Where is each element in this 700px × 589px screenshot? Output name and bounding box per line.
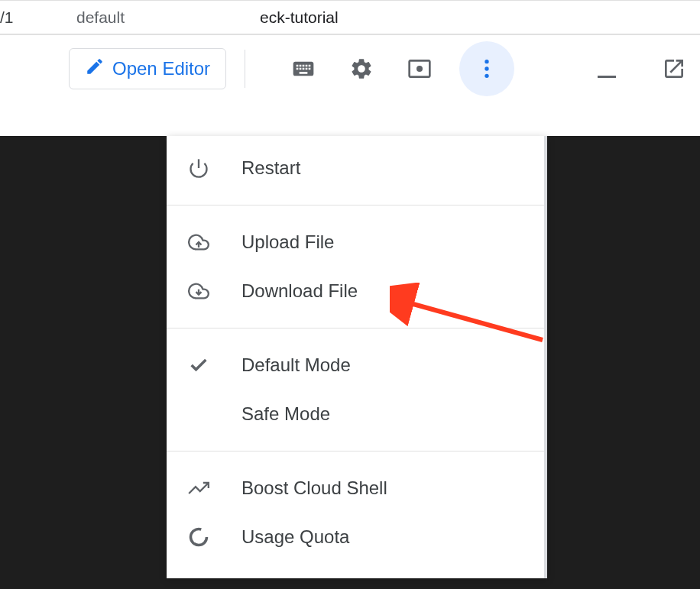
more-menu-icon[interactable]: [459, 41, 514, 96]
cloud-shell-toolbar: Open Editor: [0, 35, 700, 102]
toolbar-divider: [245, 50, 245, 88]
menu-item-download[interactable]: Download File: [167, 267, 547, 316]
toolbar-wrap: Open Editor: [0, 34, 700, 102]
pencil-icon: [85, 57, 105, 81]
svg-point-1: [484, 60, 488, 63]
open-new-window-button[interactable]: [656, 50, 692, 87]
toolbar-icon-group: [285, 41, 514, 96]
menu-item-label: Usage Quota: [241, 526, 349, 548]
power-icon: [188, 157, 219, 179]
table-row[interactable]: /1 default eck-tutorial: [0, 0, 700, 34]
open-editor-label: Open Editor: [112, 58, 210, 79]
menu-item-default-mode[interactable]: Default Mode: [167, 341, 547, 390]
menu-item-safe-mode[interactable]: Safe Mode: [167, 390, 547, 439]
menu-item-label: Default Mode: [241, 354, 351, 376]
menu-item-upload[interactable]: Upload File: [167, 218, 547, 267]
keyboard-icon[interactable]: [285, 50, 322, 87]
toolbar-right-group: [588, 50, 692, 87]
svg-point-7: [191, 529, 207, 545]
minimize-button[interactable]: [588, 50, 625, 87]
cloud-download-icon: [188, 280, 219, 302]
cloud-upload-icon: [188, 231, 219, 253]
menu-item-restart[interactable]: Restart: [167, 144, 547, 193]
menu-item-label: Safe Mode: [241, 403, 330, 425]
gear-icon[interactable]: [343, 50, 380, 87]
checkmark-icon: [188, 354, 219, 376]
row-namespace: default: [76, 8, 260, 27]
svg-point-2: [484, 66, 488, 70]
menu-item-label: Download File: [241, 280, 358, 302]
menu-item-usage[interactable]: Usage Quota: [167, 513, 547, 561]
svg-point-0: [416, 66, 423, 72]
preview-icon[interactable]: [401, 50, 438, 87]
menu-divider: [167, 328, 547, 328]
trending-up-icon: [188, 477, 219, 499]
menu-divider: [167, 205, 547, 206]
menu-divider: [167, 451, 547, 451]
scrollbar[interactable]: [544, 136, 547, 578]
usage-quota-icon: [188, 526, 219, 548]
menu-item-label: Upload File: [241, 231, 334, 253]
menu-item-label: Boost Cloud Shell: [241, 477, 387, 499]
menu-item-boost[interactable]: Boost Cloud Shell: [167, 464, 547, 513]
open-editor-button[interactable]: Open Editor: [69, 48, 226, 89]
row-name: eck-tutorial: [260, 8, 339, 27]
open-in-new-icon: [662, 57, 686, 81]
minimize-icon: [598, 76, 616, 78]
row-id: /1: [0, 8, 76, 27]
menu-item-label: Restart: [241, 157, 300, 179]
svg-point-3: [484, 74, 488, 78]
more-dropdown-menu: Restart Upload File Download File Defaul…: [167, 136, 547, 578]
